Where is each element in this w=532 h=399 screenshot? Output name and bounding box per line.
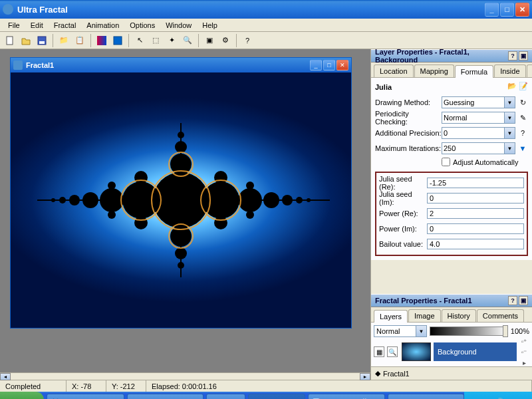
- layer-props-tabs: Location Mapping Formula Inside Outside: [371, 63, 532, 78]
- power-re-input[interactable]: [427, 208, 524, 219]
- precision-select[interactable]: 0▼: [442, 127, 515, 139]
- layer-editable-toggle[interactable]: 🔍: [387, 346, 398, 357]
- new-button[interactable]: [3, 33, 17, 48]
- fw-minimize-button[interactable]: _: [310, 60, 322, 70]
- select-button[interactable]: ⬚: [148, 33, 163, 48]
- periodicity-select[interactable]: Normal▼: [442, 112, 515, 124]
- switch-button[interactable]: ✦: [164, 33, 179, 48]
- svg-rect-0: [7, 37, 13, 45]
- panel-help-button[interactable]: ?: [508, 51, 517, 61]
- fractal-window-titlebar[interactable]: Fractal1 _ □ ✕: [11, 58, 351, 72]
- menu-animation[interactable]: Animation: [81, 20, 124, 31]
- add-layer-button[interactable]: ▫⁺: [519, 336, 529, 346]
- gradient-button[interactable]: [94, 33, 109, 48]
- footer-icon: ◆: [375, 369, 380, 378]
- menu-help[interactable]: Help: [197, 20, 223, 31]
- help-button[interactable]: ?: [240, 33, 255, 48]
- fractal-props-title[interactable]: Fractal Properties - Fractal1 ? ▣: [371, 294, 532, 307]
- layer-visible-toggle[interactable]: ▦: [374, 346, 384, 357]
- taskbar: ⊞пуск 🦊Визуальные за… PsAdobe Photosh… 📁…: [0, 392, 532, 399]
- menu-layer-button[interactable]: ▸: [519, 358, 529, 367]
- layer-thumbnail[interactable]: [402, 342, 431, 361]
- tab-image[interactable]: Image: [408, 309, 441, 322]
- julia-seed-re-input[interactable]: [427, 178, 524, 188]
- zoom-button[interactable]: 🔍: [180, 33, 195, 48]
- maxiter-label: Maximum Iterations:: [375, 144, 442, 152]
- start-button[interactable]: ⊞пуск: [0, 392, 44, 399]
- fractal-canvas[interactable]: [11, 72, 351, 328]
- system-tray[interactable]: RU 🛡 🔊 11:13: [464, 392, 532, 399]
- tab-mapping[interactable]: Mapping: [414, 65, 454, 77]
- app-title: Ultra Fractal: [17, 5, 485, 15]
- fractal-image: [11, 72, 351, 328]
- minimize-button[interactable]: _: [485, 3, 499, 17]
- fp-help-button[interactable]: ?: [508, 296, 517, 305]
- panel-collapse-button[interactable]: ▣: [519, 51, 528, 61]
- remove-layer-button[interactable]: ▫⁻: [519, 347, 529, 356]
- edit-formula-icon[interactable]: 📝: [519, 82, 528, 90]
- tab-outside[interactable]: Outside: [527, 65, 533, 77]
- fractal-window-title: Fractal1: [26, 61, 309, 69]
- app-titlebar: Ultra Fractal _ □ ✕: [0, 0, 532, 19]
- tab-location[interactable]: Location: [374, 65, 414, 77]
- browse-formula-icon[interactable]: 📂: [507, 82, 517, 90]
- workspace-hscroll[interactable]: ◄ ►: [0, 372, 370, 380]
- layers-body: Normal▼ 100% ▦ 🔍 Background ▫⁺ ▫⁻ ▸: [371, 323, 532, 366]
- layer-props-body: Julia 📂 📝 Drawing Method: Guessing▼ ↻ Pe…: [371, 78, 532, 260]
- color-button[interactable]: [110, 33, 125, 48]
- edit-icon[interactable]: ✎: [517, 112, 528, 123]
- menu-window[interactable]: Window: [160, 20, 197, 31]
- copy-button[interactable]: 📋: [72, 33, 87, 48]
- render-button[interactable]: ▣: [202, 33, 217, 48]
- save-button[interactable]: [35, 33, 49, 48]
- fw-close-button[interactable]: ✕: [336, 60, 348, 70]
- fractal-props-tabs: Layers Image History Comments: [371, 307, 532, 323]
- task-item[interactable]: 📝Безымянный - …: [308, 394, 385, 399]
- adjust-auto-label: Adjust Automatically: [453, 158, 518, 166]
- blend-mode-select[interactable]: Normal▼: [374, 325, 427, 337]
- pointer-button[interactable]: ↖: [132, 33, 147, 48]
- task-item-active[interactable]: ◆Ultra Fractal: [248, 394, 305, 399]
- julia-seed-im-input[interactable]: [427, 193, 524, 203]
- maximize-button[interactable]: □: [500, 3, 514, 17]
- precision-help-icon[interactable]: ?: [517, 128, 528, 138]
- menu-fractal[interactable]: Fractal: [49, 20, 82, 31]
- adjust-auto-checkbox[interactable]: [442, 158, 450, 166]
- open-button[interactable]: [19, 33, 33, 48]
- expand-icon[interactable]: ▼: [517, 143, 528, 154]
- bailout-input[interactable]: [427, 239, 524, 249]
- power-im-input[interactable]: [427, 223, 524, 234]
- browse-button[interactable]: 📁: [57, 33, 71, 48]
- drawing-method-select[interactable]: Guessing▼: [442, 96, 515, 108]
- task-item[interactable]: 📁Crack: [206, 394, 245, 399]
- scroll-right-button[interactable]: ►: [360, 373, 370, 380]
- close-button[interactable]: ✕: [515, 3, 529, 17]
- svg-rect-3: [97, 36, 106, 45]
- layer-props-title[interactable]: Layer Properties - Fractal1, Background …: [371, 49, 532, 63]
- task-item[interactable]: PsAdobe Photosh…: [127, 394, 204, 399]
- svg-point-28: [108, 182, 116, 190]
- fp-collapse-button[interactable]: ▣: [519, 296, 528, 305]
- tab-inside[interactable]: Inside: [494, 65, 525, 77]
- tab-history[interactable]: History: [442, 309, 476, 322]
- app-icon: [3, 4, 13, 15]
- scroll-left-button[interactable]: ◄: [0, 373, 11, 380]
- gear-button[interactable]: ⚙: [218, 33, 233, 48]
- reload-icon[interactable]: ↻: [517, 97, 528, 108]
- task-item[interactable]: WДокумент1 - Mi…: [388, 394, 464, 399]
- task-item[interactable]: 🦊Визуальные за…: [47, 394, 124, 399]
- layer-name[interactable]: Background: [434, 342, 517, 361]
- menu-edit[interactable]: Edit: [25, 20, 49, 31]
- tab-comments[interactable]: Comments: [477, 309, 524, 322]
- tab-formula[interactable]: Formula: [455, 65, 493, 78]
- formula-name: Julia: [375, 82, 528, 95]
- periodicity-label: Periodicity Checking:: [375, 110, 442, 126]
- fw-maximize-button[interactable]: □: [323, 60, 335, 70]
- maxiter-select[interactable]: 250▼: [442, 142, 515, 154]
- menu-file[interactable]: File: [3, 20, 25, 31]
- tab-layers[interactable]: Layers: [374, 310, 408, 323]
- menu-options[interactable]: Options: [124, 20, 160, 31]
- opacity-slider[interactable]: [430, 327, 508, 336]
- svg-point-25: [134, 216, 148, 229]
- svg-point-24: [134, 171, 148, 184]
